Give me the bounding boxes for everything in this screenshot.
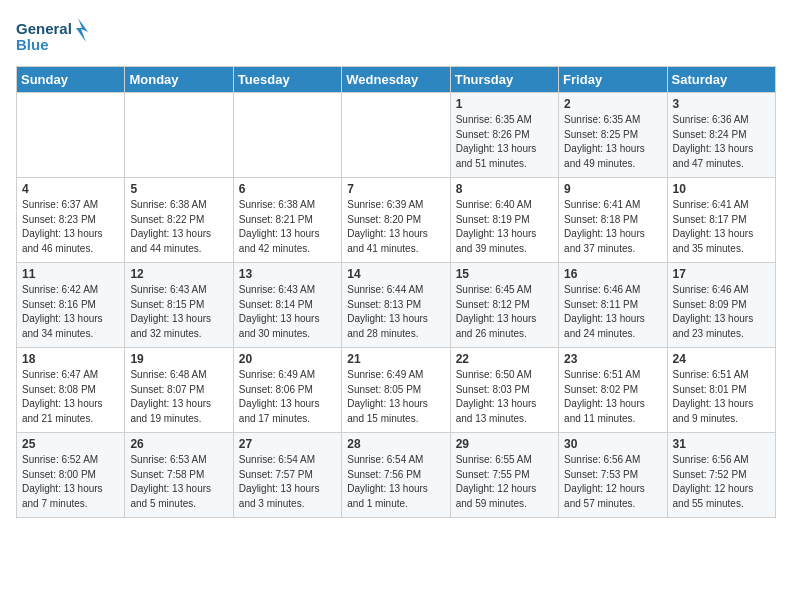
calendar-cell: 6Sunrise: 6:38 AMSunset: 8:21 PMDaylight…	[233, 178, 341, 263]
day-number: 29	[456, 437, 553, 451]
day-detail: Sunrise: 6:38 AMSunset: 8:21 PMDaylight:…	[239, 198, 336, 256]
day-detail: Sunrise: 6:50 AMSunset: 8:03 PMDaylight:…	[456, 368, 553, 426]
day-detail: Sunrise: 6:49 AMSunset: 8:05 PMDaylight:…	[347, 368, 444, 426]
day-detail: Sunrise: 6:51 AMSunset: 8:02 PMDaylight:…	[564, 368, 661, 426]
calendar-cell: 14Sunrise: 6:44 AMSunset: 8:13 PMDayligh…	[342, 263, 450, 348]
day-detail: Sunrise: 6:56 AMSunset: 7:52 PMDaylight:…	[673, 453, 770, 511]
calendar-cell: 17Sunrise: 6:46 AMSunset: 8:09 PMDayligh…	[667, 263, 775, 348]
calendar-cell: 29Sunrise: 6:55 AMSunset: 7:55 PMDayligh…	[450, 433, 558, 518]
calendar-cell	[233, 93, 341, 178]
day-number: 13	[239, 267, 336, 281]
calendar-cell: 8Sunrise: 6:40 AMSunset: 8:19 PMDaylight…	[450, 178, 558, 263]
calendar-cell: 7Sunrise: 6:39 AMSunset: 8:20 PMDaylight…	[342, 178, 450, 263]
calendar-cell: 11Sunrise: 6:42 AMSunset: 8:16 PMDayligh…	[17, 263, 125, 348]
calendar-cell: 27Sunrise: 6:54 AMSunset: 7:57 PMDayligh…	[233, 433, 341, 518]
day-number: 7	[347, 182, 444, 196]
calendar-cell: 5Sunrise: 6:38 AMSunset: 8:22 PMDaylight…	[125, 178, 233, 263]
weekday-header: Thursday	[450, 67, 558, 93]
calendar-header: SundayMondayTuesdayWednesdayThursdayFrid…	[17, 67, 776, 93]
day-number: 22	[456, 352, 553, 366]
calendar-cell: 25Sunrise: 6:52 AMSunset: 8:00 PMDayligh…	[17, 433, 125, 518]
day-number: 11	[22, 267, 119, 281]
day-detail: Sunrise: 6:36 AMSunset: 8:24 PMDaylight:…	[673, 113, 770, 171]
day-number: 27	[239, 437, 336, 451]
day-detail: Sunrise: 6:54 AMSunset: 7:57 PMDaylight:…	[239, 453, 336, 511]
day-number: 16	[564, 267, 661, 281]
day-number: 4	[22, 182, 119, 196]
calendar-cell: 18Sunrise: 6:47 AMSunset: 8:08 PMDayligh…	[17, 348, 125, 433]
day-detail: Sunrise: 6:47 AMSunset: 8:08 PMDaylight:…	[22, 368, 119, 426]
weekday-header: Sunday	[17, 67, 125, 93]
calendar-cell: 2Sunrise: 6:35 AMSunset: 8:25 PMDaylight…	[559, 93, 667, 178]
day-detail: Sunrise: 6:43 AMSunset: 8:15 PMDaylight:…	[130, 283, 227, 341]
day-detail: Sunrise: 6:37 AMSunset: 8:23 PMDaylight:…	[22, 198, 119, 256]
day-detail: Sunrise: 6:48 AMSunset: 8:07 PMDaylight:…	[130, 368, 227, 426]
calendar-cell: 22Sunrise: 6:50 AMSunset: 8:03 PMDayligh…	[450, 348, 558, 433]
calendar-table: SundayMondayTuesdayWednesdayThursdayFrid…	[16, 66, 776, 518]
day-number: 24	[673, 352, 770, 366]
calendar-cell: 15Sunrise: 6:45 AMSunset: 8:12 PMDayligh…	[450, 263, 558, 348]
calendar-cell	[17, 93, 125, 178]
day-number: 15	[456, 267, 553, 281]
day-detail: Sunrise: 6:35 AMSunset: 8:25 PMDaylight:…	[564, 113, 661, 171]
day-number: 30	[564, 437, 661, 451]
calendar-cell: 3Sunrise: 6:36 AMSunset: 8:24 PMDaylight…	[667, 93, 775, 178]
calendar-week-row: 11Sunrise: 6:42 AMSunset: 8:16 PMDayligh…	[17, 263, 776, 348]
day-detail: Sunrise: 6:35 AMSunset: 8:26 PMDaylight:…	[456, 113, 553, 171]
day-detail: Sunrise: 6:45 AMSunset: 8:12 PMDaylight:…	[456, 283, 553, 341]
day-detail: Sunrise: 6:49 AMSunset: 8:06 PMDaylight:…	[239, 368, 336, 426]
calendar-cell: 23Sunrise: 6:51 AMSunset: 8:02 PMDayligh…	[559, 348, 667, 433]
svg-marker-2	[76, 18, 88, 42]
calendar-week-row: 4Sunrise: 6:37 AMSunset: 8:23 PMDaylight…	[17, 178, 776, 263]
calendar-cell: 16Sunrise: 6:46 AMSunset: 8:11 PMDayligh…	[559, 263, 667, 348]
calendar-cell: 24Sunrise: 6:51 AMSunset: 8:01 PMDayligh…	[667, 348, 775, 433]
day-number: 14	[347, 267, 444, 281]
day-detail: Sunrise: 6:53 AMSunset: 7:58 PMDaylight:…	[130, 453, 227, 511]
day-detail: Sunrise: 6:38 AMSunset: 8:22 PMDaylight:…	[130, 198, 227, 256]
calendar-cell: 10Sunrise: 6:41 AMSunset: 8:17 PMDayligh…	[667, 178, 775, 263]
day-detail: Sunrise: 6:52 AMSunset: 8:00 PMDaylight:…	[22, 453, 119, 511]
logo: GeneralBlue	[16, 16, 96, 58]
day-number: 1	[456, 97, 553, 111]
day-number: 3	[673, 97, 770, 111]
day-detail: Sunrise: 6:46 AMSunset: 8:09 PMDaylight:…	[673, 283, 770, 341]
day-number: 28	[347, 437, 444, 451]
calendar-cell: 12Sunrise: 6:43 AMSunset: 8:15 PMDayligh…	[125, 263, 233, 348]
calendar-cell: 1Sunrise: 6:35 AMSunset: 8:26 PMDaylight…	[450, 93, 558, 178]
day-detail: Sunrise: 6:44 AMSunset: 8:13 PMDaylight:…	[347, 283, 444, 341]
day-number: 17	[673, 267, 770, 281]
day-number: 12	[130, 267, 227, 281]
calendar-cell: 26Sunrise: 6:53 AMSunset: 7:58 PMDayligh…	[125, 433, 233, 518]
day-number: 23	[564, 352, 661, 366]
calendar-cell: 20Sunrise: 6:49 AMSunset: 8:06 PMDayligh…	[233, 348, 341, 433]
day-detail: Sunrise: 6:56 AMSunset: 7:53 PMDaylight:…	[564, 453, 661, 511]
day-number: 20	[239, 352, 336, 366]
weekday-header: Friday	[559, 67, 667, 93]
day-number: 2	[564, 97, 661, 111]
day-number: 6	[239, 182, 336, 196]
weekday-row: SundayMondayTuesdayWednesdayThursdayFrid…	[17, 67, 776, 93]
day-detail: Sunrise: 6:42 AMSunset: 8:16 PMDaylight:…	[22, 283, 119, 341]
day-detail: Sunrise: 6:51 AMSunset: 8:01 PMDaylight:…	[673, 368, 770, 426]
svg-text:General: General	[16, 20, 72, 37]
day-number: 10	[673, 182, 770, 196]
day-detail: Sunrise: 6:54 AMSunset: 7:56 PMDaylight:…	[347, 453, 444, 511]
calendar-cell: 31Sunrise: 6:56 AMSunset: 7:52 PMDayligh…	[667, 433, 775, 518]
calendar-cell: 9Sunrise: 6:41 AMSunset: 8:18 PMDaylight…	[559, 178, 667, 263]
weekday-header: Saturday	[667, 67, 775, 93]
day-number: 25	[22, 437, 119, 451]
calendar-cell: 30Sunrise: 6:56 AMSunset: 7:53 PMDayligh…	[559, 433, 667, 518]
calendar-cell	[342, 93, 450, 178]
logo-svg: GeneralBlue	[16, 16, 96, 58]
header: GeneralBlue	[16, 16, 776, 58]
weekday-header: Tuesday	[233, 67, 341, 93]
day-number: 19	[130, 352, 227, 366]
day-detail: Sunrise: 6:43 AMSunset: 8:14 PMDaylight:…	[239, 283, 336, 341]
calendar-body: 1Sunrise: 6:35 AMSunset: 8:26 PMDaylight…	[17, 93, 776, 518]
calendar-cell: 4Sunrise: 6:37 AMSunset: 8:23 PMDaylight…	[17, 178, 125, 263]
day-detail: Sunrise: 6:41 AMSunset: 8:17 PMDaylight:…	[673, 198, 770, 256]
calendar-week-row: 25Sunrise: 6:52 AMSunset: 8:00 PMDayligh…	[17, 433, 776, 518]
day-number: 31	[673, 437, 770, 451]
day-detail: Sunrise: 6:40 AMSunset: 8:19 PMDaylight:…	[456, 198, 553, 256]
svg-text:Blue: Blue	[16, 36, 49, 53]
